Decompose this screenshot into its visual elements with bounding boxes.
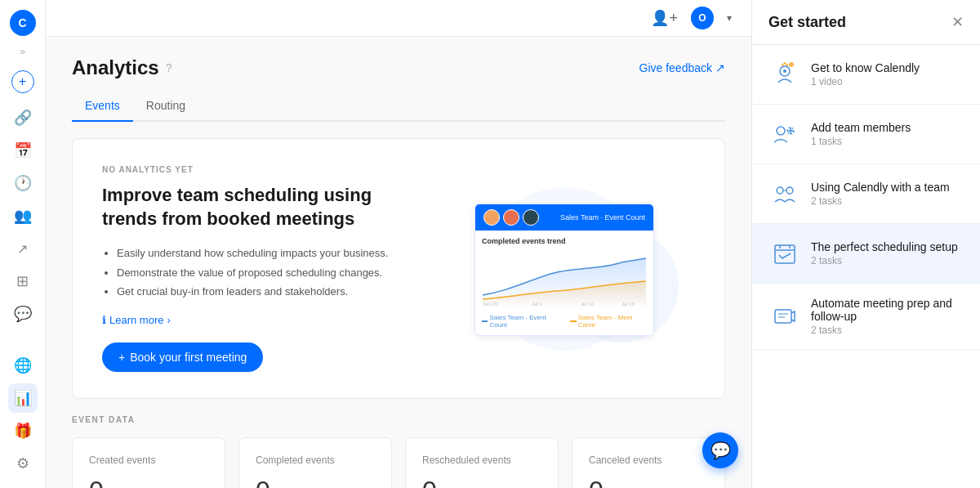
sidebar-item-calendar[interactable]: 📅 xyxy=(8,136,38,165)
page-header: Analytics ? Give feedback ↗ xyxy=(72,56,725,79)
svg-point-7 xyxy=(783,69,786,73)
chart-body: Completed events trend xyxy=(475,231,653,335)
panel-item-subtitle-1: 1 tasks xyxy=(811,136,964,147)
add-team-icon xyxy=(770,119,800,149)
tab-routing[interactable]: Routing xyxy=(133,92,198,122)
stat-created: Created events 0 xyxy=(72,437,225,488)
legend-blue: Sales Team - Event Count xyxy=(482,314,560,329)
svg-text:Jul 10: Jul 10 xyxy=(581,302,595,307)
book-btn-label: Book your first meeting xyxy=(130,351,247,364)
promo-card: NO ANALYTICS YET Improve team scheduling… xyxy=(72,138,725,399)
right-panel: Get started ✕ Get to know Calendly 1 vid… xyxy=(751,0,980,488)
sidebar-item-settings[interactable]: ⚙ xyxy=(8,449,38,478)
topbar: 👤+ O ▾ xyxy=(46,0,751,37)
promo-card-left: NO ANALYTICS YET Improve team scheduling… xyxy=(102,165,412,372)
panel-items: Get to know Calendly 1 video Add team me… xyxy=(752,45,980,488)
sidebar-item-chat[interactable]: 💬 xyxy=(8,299,38,329)
legend-yellow: Sales Team - Meet Came xyxy=(570,314,647,329)
sidebar-item-clock[interactable]: 🕐 xyxy=(8,168,38,198)
stat-completed-value: 0 xyxy=(256,476,375,488)
panel-item-icon-4 xyxy=(768,300,801,333)
stat-rescheduled: Rescheduled events 0 xyxy=(405,437,559,488)
panel-item-0[interactable]: Get to know Calendly 1 video xyxy=(752,45,980,105)
stat-completed: Completed events 0 xyxy=(238,437,392,488)
add-button[interactable]: + xyxy=(11,70,34,93)
stat-canceled-value: 0 xyxy=(589,476,708,488)
book-first-meeting-button[interactable]: + Book your first meeting xyxy=(102,342,263,372)
panel-item-icon-0 xyxy=(768,58,801,91)
panel-item-subtitle-3: 2 tasks xyxy=(811,255,964,266)
chart-mockup-header: Sales Team · Event Count xyxy=(475,204,653,231)
avatar[interactable]: O xyxy=(691,7,714,29)
arrow-icon: › xyxy=(167,314,170,326)
tab-events[interactable]: Events xyxy=(72,92,133,122)
panel-item-4[interactable]: Automate meeting prep and follow-up 2 ta… xyxy=(752,284,980,350)
panel-item-2[interactable]: Using Calendly with a team 2 tasks xyxy=(752,164,980,224)
panel-item-content-4: Automate meeting prep and follow-up 2 ta… xyxy=(811,297,964,336)
panel-item-title-0: Get to know Calendly xyxy=(811,61,964,74)
trend-chart-svg: Jun 20 Jul 1 Jul 10 Jul 20 xyxy=(482,250,647,307)
panel-item-title-4: Automate meeting prep and follow-up xyxy=(811,297,964,323)
page-title: Analytics xyxy=(72,56,159,79)
chart-illustration: Sales Team · Event Count Completed event… xyxy=(466,195,695,342)
promo-bullets: Easily understand how scheduling impacts… xyxy=(102,244,412,301)
panel-item-title-2: Using Calendly with a team xyxy=(811,181,964,194)
stat-created-value: 0 xyxy=(89,476,208,488)
sidebar-item-share[interactable]: ↗ xyxy=(8,234,38,263)
bullet-2: Demonstrate the value of proposed schedu… xyxy=(117,263,412,282)
learn-more-link[interactable]: ℹ Learn more › xyxy=(102,314,412,326)
panel-item-content-3: The perfect scheduling setup 2 tasks xyxy=(811,240,964,266)
svg-rect-17 xyxy=(775,310,791,323)
give-feedback-link[interactable]: Give feedback ↗ xyxy=(639,61,726,74)
expand-sidebar-icon[interactable]: » xyxy=(20,46,25,57)
svg-rect-13 xyxy=(775,245,795,263)
panel-item-subtitle-0: 1 video xyxy=(811,76,964,87)
chart-avatar-2 xyxy=(503,209,519,226)
sidebar-item-globe[interactable]: 🌐 xyxy=(8,351,38,380)
chart-title: Completed events trend xyxy=(482,237,647,245)
panel-item-title-1: Add team members xyxy=(811,121,964,134)
add-user-icon[interactable]: 👤+ xyxy=(651,9,678,27)
team-calendly-icon xyxy=(770,179,800,208)
panel-title: Get started xyxy=(768,14,846,31)
scheduling-setup-icon xyxy=(770,239,800,268)
panel-item-content-2: Using Calendly with a team 2 tasks xyxy=(811,181,964,207)
chart-mockup: Sales Team · Event Count Completed event… xyxy=(474,204,654,336)
panel-item-title-3: The perfect scheduling setup xyxy=(811,240,964,253)
automate-icon xyxy=(770,302,800,331)
panel-item-content-0: Get to know Calendly 1 video xyxy=(811,61,964,87)
panel-item-1[interactable]: Add team members 1 tasks xyxy=(752,105,980,164)
event-data-section: EVENT DATA Created events 0 Completed ev… xyxy=(72,415,725,488)
panel-item-content-1: Add team members 1 tasks xyxy=(811,121,964,147)
dropdown-arrow[interactable]: ▾ xyxy=(727,12,732,24)
help-icon[interactable]: ? xyxy=(166,61,172,74)
sidebar-item-gift[interactable]: 🎁 xyxy=(8,416,38,445)
chart-legend: Sales Team - Event Count Sales Team - Me… xyxy=(482,314,647,329)
panel-item-icon-2 xyxy=(768,177,801,210)
stat-rescheduled-value: 0 xyxy=(422,476,541,488)
sidebar-item-analytics[interactable]: 📊 xyxy=(8,383,38,413)
svg-point-8 xyxy=(789,62,794,67)
svg-point-9 xyxy=(777,127,785,135)
page-content: Analytics ? Give feedback ↗ Events Routi… xyxy=(46,37,751,488)
stat-created-label: Created events xyxy=(89,454,208,466)
bullet-1: Easily understand how scheduling impacts… xyxy=(117,244,412,262)
chart-avatar-1 xyxy=(483,209,500,226)
promo-heading: Improve team scheduling using trends fro… xyxy=(102,184,412,231)
external-link-icon: ↗ xyxy=(715,61,725,74)
sidebar-item-team[interactable]: 👥 xyxy=(8,201,38,231)
give-feedback-label: Give feedback xyxy=(639,61,713,74)
svg-text:Jul 20: Jul 20 xyxy=(621,302,635,307)
panel-close-button[interactable]: ✕ xyxy=(951,13,964,31)
info-icon: ℹ xyxy=(102,314,106,326)
panel-item-3[interactable]: The perfect scheduling setup 2 tasks xyxy=(752,224,980,284)
logo[interactable]: C xyxy=(10,10,36,36)
no-analytics-label: NO ANALYTICS YET xyxy=(102,165,412,174)
sidebar-item-link[interactable]: 🔗 xyxy=(8,103,38,132)
stat-canceled-label: Canceled events xyxy=(589,454,708,466)
plus-icon: + xyxy=(118,351,125,364)
learn-more-label: Learn more xyxy=(109,314,163,326)
chart-label: Sales Team · Event Count xyxy=(560,213,645,222)
chat-fab[interactable]: 💬 xyxy=(702,432,738,468)
sidebar-item-grid[interactable]: ⊞ xyxy=(8,266,38,296)
